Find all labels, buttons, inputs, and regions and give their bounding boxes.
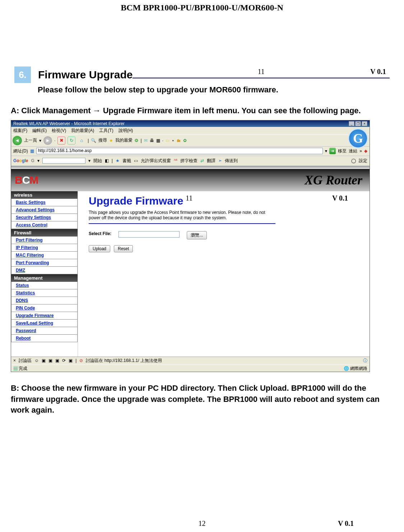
menu-bar: 檔案(F) 編輯(E) 檢視(V) 我的最愛(A) 工具(T) 說明(H) [11,127,370,134]
google-search-dropdown-icon[interactable]: ▾ [88,158,90,163]
upload-button[interactable]: Upload [89,245,110,252]
back-button[interactable]: ◄ [13,136,22,145]
menu-edit[interactable]: 編輯(E) [32,128,47,134]
menu-tools[interactable]: 工具(T) [99,128,113,134]
step-a: A: Click Management → Upgrade Firmware i… [11,105,393,116]
help-icon[interactable]: ⓘ [363,358,367,364]
links-label[interactable]: 連結 [349,148,357,154]
chat-icon[interactable]: ▣ [42,358,46,363]
inline-page-number: 11 [258,68,265,76]
chat-icon[interactable]: ☺ [34,358,39,363]
google-toolbar: Google G▾ ▾ 開始 ◧ | ★ 書籤 ▭ 允許彈出式視窗 ᴬᴮ 拼字檢… [11,156,370,166]
print-icon[interactable]: 🖶 [150,138,154,143]
sidebar-item-security-settings[interactable]: Security Settings [16,215,51,220]
menu-help[interactable]: 說明(H) [119,128,133,134]
sidebar-item-advanced-settings[interactable]: Advanced Settings [16,207,55,212]
note-icon[interactable]: ▭ [166,138,170,143]
internet-zone-icon: 🌐 [344,366,349,371]
folder-icon[interactable]: 🖿 [177,138,181,143]
section-number: 6. [14,66,31,83]
bookmark-icon[interactable]: ★ [116,158,120,163]
settings-icon[interactable]: ◯ [351,158,356,163]
minimize-button[interactable]: _ [349,121,354,126]
home-button[interactable]: ⌂ [78,137,85,145]
research-icon[interactable]: ⋆ [172,138,175,143]
step-b: B: Choose the new firmware in your PC HD… [11,383,393,416]
sidebar-item-dmz[interactable]: DMZ [16,268,25,273]
back-dropdown-icon[interactable]: ▾ [39,138,41,143]
messenger-icon[interactable]: ✿ [183,138,187,143]
sidebar-item-reboot[interactable]: Reboot [16,336,31,341]
bookmarks-label[interactable]: 書籤 [122,158,131,164]
translate-label[interactable]: 翻譯 [207,158,215,164]
toolbar-sep: · [54,138,55,143]
sidebar-item-ddns[interactable]: DDNS [16,298,28,303]
chat-icon[interactable]: ▣ [55,358,59,363]
refresh-button[interactable]: ↻ [68,137,75,145]
favorites-label[interactable]: 我的最愛 [115,137,133,143]
sidebar-item-upgrade-firmware[interactable]: Upgrade Firmware [16,313,54,318]
google-start-label[interactable]: 開始 [93,158,102,164]
menu-file[interactable]: 檔案(F) [13,128,27,134]
settings-label[interactable]: 設定 [359,158,367,164]
forward-button[interactable]: ► [43,136,52,145]
google-start-icon[interactable]: ◧ [105,158,109,163]
window-title: Realtek WLAN AP Webserver - Microsoft In… [13,121,125,126]
close-chat-icon[interactable]: × [13,358,16,363]
mail-icon[interactable]: ✉ [144,138,148,143]
chat-icon[interactable]: ▣ [69,358,73,363]
overlay-page-number: 11 [186,194,192,202]
product-name: XG Router [305,173,362,188]
sidebar-item-mac-filtering[interactable]: MAC Filtering [16,253,44,258]
snagit-icon[interactable]: ◆ [364,148,367,153]
stop-button[interactable]: ✖ [57,137,65,145]
spell-icon[interactable]: ᴬᴮ [174,158,177,163]
search-label[interactable]: 搜尋 [98,137,107,143]
discussion-label[interactable]: 討論區 [19,358,32,364]
browse-button[interactable]: 瀏覽... [187,231,207,239]
sidebar-item-statistics[interactable]: Statistics [16,290,35,295]
torn-edge [11,166,370,169]
menu-view[interactable]: 檢視(V) [52,128,66,134]
send-icon[interactable]: ➣ [218,158,222,163]
sidebar-item-basic-settings[interactable]: Basic Settings [16,200,46,205]
popup-icon[interactable]: ▭ [134,158,138,163]
sidebar-item-access-control[interactable]: Access Control [16,223,47,228]
back-label: 上一頁 [24,137,37,143]
reset-button[interactable]: Reset [114,245,133,252]
url-dropdown-icon[interactable]: ▾ [325,148,327,153]
edit-icon[interactable]: ▦ [156,138,160,143]
toolbar-sep: | [112,158,113,163]
spell-label[interactable]: 拼字檢查 [180,158,198,164]
send-label[interactable]: 傳送到 [225,158,238,164]
file-path-input[interactable] [119,231,180,238]
goog-badge-icon: G [348,128,368,148]
favorites-icon[interactable]: ★ [109,138,113,143]
go-button[interactable]: ➔ [329,148,336,154]
toolbar-sep: · [162,138,163,143]
sidebar-item-status[interactable]: Status [16,283,29,288]
search-icon[interactable]: 🔍 [91,138,96,143]
popup-label[interactable]: 允許彈出式視窗 [141,158,171,164]
links-chevron-icon[interactable]: » [359,148,362,153]
close-button[interactable]: × [362,121,367,126]
sidebar-item-save-load[interactable]: Save/Load Setting [16,321,53,326]
google-logo: Google [13,158,28,163]
google-search-input[interactable] [42,158,85,164]
window-titlebar: Realtek WLAN AP Webserver - Microsoft In… [11,120,370,127]
sidebar-item-port-filtering[interactable]: Port Filtering [16,238,43,243]
url-field[interactable]: http://192.168.1.1/home.asp [36,148,323,154]
chat-icon[interactable]: ⟳ [62,358,66,363]
translate-icon[interactable]: ⇄ [200,158,204,163]
section-heading: 6. Firmware Upgrade 11 V 0.1 [0,66,404,83]
sidebar-item-password[interactable]: Password [16,328,36,333]
bcm-logo: BCM [15,174,38,186]
menu-favorites[interactable]: 我的最愛(A) [71,128,94,134]
sidebar-item-port-forwarding[interactable]: Port Forwarding [16,260,49,265]
history-icon[interactable]: ❂ [135,138,138,143]
google-menu-dropdown-icon[interactable]: ▾ [37,158,40,163]
sidebar-item-ip-filtering[interactable]: IP Filtering [16,245,38,250]
sidebar-item-pin-code[interactable]: PIN Code [16,306,35,311]
chat-icon[interactable]: ▣ [48,358,52,363]
maximize-button[interactable]: ❐ [355,121,361,126]
